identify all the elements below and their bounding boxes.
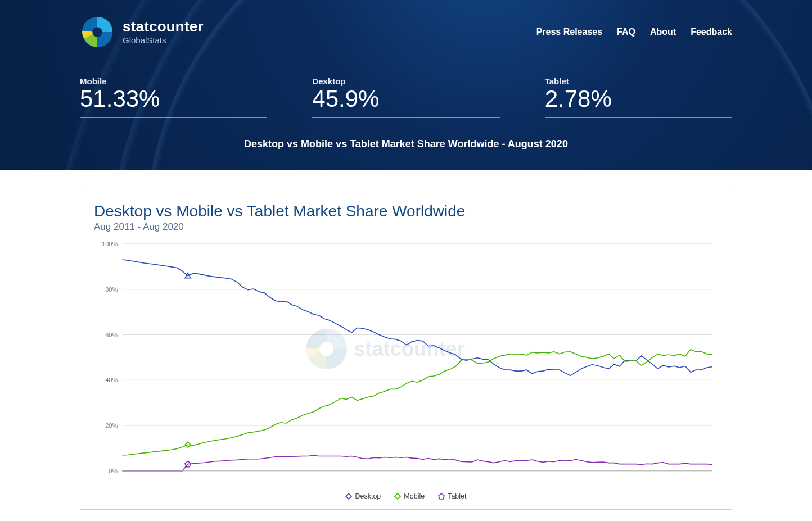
y-tick-label: 20% bbox=[105, 422, 118, 429]
diamond-marker-icon bbox=[345, 493, 352, 500]
nav-faq[interactable]: FAQ bbox=[617, 27, 635, 37]
stat-desktop: Desktop 45.9% bbox=[312, 76, 499, 118]
brand-sub: GlobalStats bbox=[123, 35, 204, 45]
series-mobile[interactable] bbox=[122, 350, 712, 455]
svg-text:statcounter: statcounter bbox=[354, 337, 465, 360]
y-tick-label: 80% bbox=[105, 286, 118, 293]
svg-point-3 bbox=[319, 342, 333, 356]
chart-title: Desktop vs Mobile vs Tablet Market Share… bbox=[94, 202, 718, 220]
legend-label: Desktop bbox=[355, 492, 381, 500]
hero-header: statcounter GlobalStats Press Releases F… bbox=[0, 0, 812, 170]
chart-subtitle: Aug 2011 - Aug 2020 bbox=[94, 221, 718, 233]
primary-nav: Press Releases FAQ About Feedback bbox=[536, 27, 732, 37]
stat-label: Desktop bbox=[312, 76, 499, 86]
stat-label: Tablet bbox=[545, 76, 732, 86]
stat-mobile: Mobile 51.33% bbox=[80, 76, 267, 118]
series-tablet[interactable] bbox=[122, 455, 712, 470]
legend-tablet[interactable]: Tablet bbox=[438, 492, 466, 500]
hero-stats: Mobile 51.33% Desktop 45.9% Tablet 2.78% bbox=[80, 76, 732, 118]
y-tick-label: 0% bbox=[109, 468, 118, 474]
chart-wrap: 0%20%40%60%80%100% statcounter bbox=[94, 238, 718, 488]
chart-card: Desktop vs Mobile vs Tablet Market Share… bbox=[80, 191, 732, 510]
legend-label: Mobile bbox=[404, 492, 425, 500]
y-tick-label: 40% bbox=[105, 377, 118, 383]
diamond-marker-icon bbox=[394, 493, 401, 500]
topbar: statcounter GlobalStats Press Releases F… bbox=[80, 15, 732, 49]
chart-svg[interactable]: 0%20%40%60%80%100% statcounter bbox=[94, 238, 718, 488]
nav-press-releases[interactable]: Press Releases bbox=[536, 27, 602, 37]
svg-point-1 bbox=[92, 27, 102, 37]
y-tick-label: 60% bbox=[105, 332, 118, 338]
pentagon-marker-icon bbox=[438, 493, 445, 500]
legend-mobile[interactable]: Mobile bbox=[394, 492, 425, 500]
statcounter-logo-icon bbox=[80, 15, 115, 49]
stat-tablet: Tablet 2.78% bbox=[545, 76, 732, 118]
y-tick-label: 100% bbox=[102, 241, 118, 247]
stat-value: 2.78% bbox=[545, 86, 732, 112]
nav-feedback[interactable]: Feedback bbox=[691, 27, 732, 37]
main-content: Desktop vs Mobile vs Tablet Market Share… bbox=[57, 191, 755, 521]
stat-value: 45.9% bbox=[312, 86, 499, 112]
brand-name: statcounter bbox=[123, 19, 204, 34]
hero-title: Desktop vs Mobile vs Tablet Market Share… bbox=[80, 138, 732, 150]
legend-desktop[interactable]: Desktop bbox=[345, 492, 381, 500]
series-desktop[interactable] bbox=[122, 260, 712, 375]
chart-legend: Desktop Mobile Tablet bbox=[94, 492, 718, 500]
nav-about[interactable]: About bbox=[650, 27, 676, 37]
brand-logo-block[interactable]: statcounter GlobalStats bbox=[80, 15, 204, 49]
legend-label: Tablet bbox=[448, 492, 466, 500]
stat-label: Mobile bbox=[80, 76, 267, 86]
stat-value: 51.33% bbox=[80, 86, 267, 112]
